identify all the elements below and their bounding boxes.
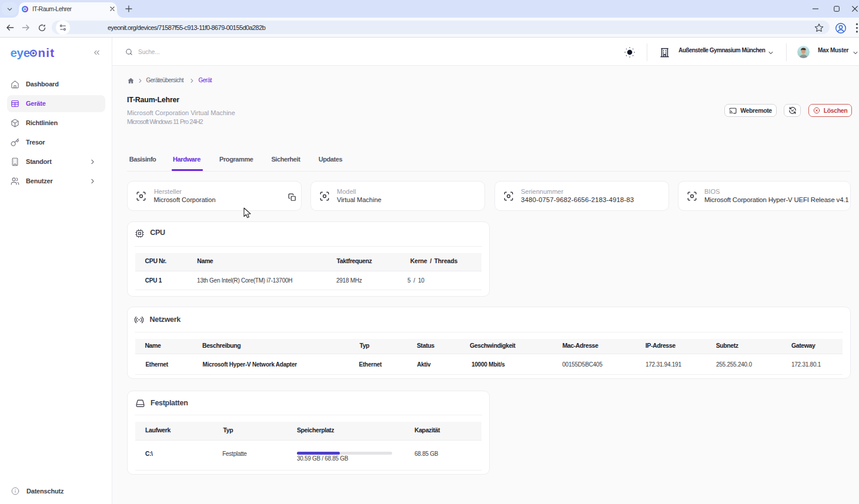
svg-text:nit: nit [38, 46, 55, 59]
svg-text:eye: eye [11, 46, 30, 59]
